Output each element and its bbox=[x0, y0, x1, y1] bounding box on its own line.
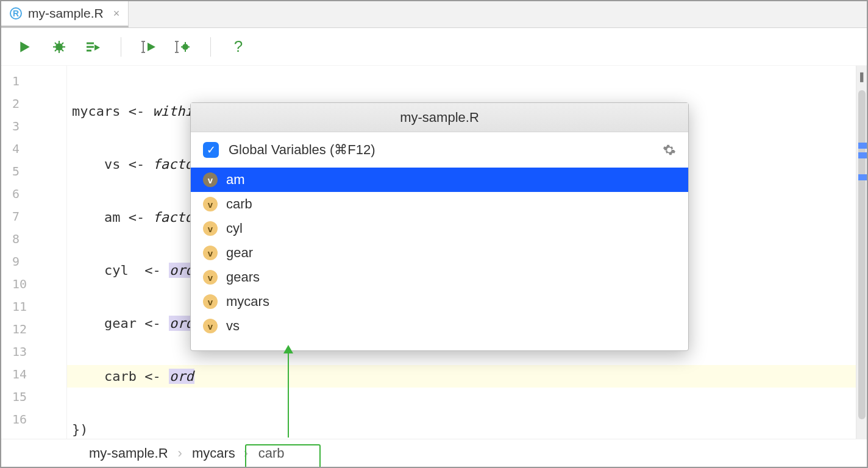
variable-icon: v bbox=[203, 270, 218, 285]
run-selection-button[interactable] bbox=[84, 38, 102, 56]
popup-item-mycars[interactable]: vmycars bbox=[191, 289, 688, 314]
line-number: 16 bbox=[1, 408, 66, 430]
popup-item-label: vs bbox=[226, 318, 240, 334]
popup-item-am[interactable]: vam bbox=[191, 168, 688, 192]
pause-icon: ❚❚ bbox=[858, 71, 868, 82]
checkbox-icon[interactable]: ✓ bbox=[203, 142, 219, 158]
breadcrumb-sep: › bbox=[178, 445, 182, 461]
svg-line-8 bbox=[55, 49, 57, 51]
line-number: 2 bbox=[1, 92, 66, 115]
toolbar-separator bbox=[121, 37, 121, 57]
code-keyword: ord bbox=[169, 369, 194, 384]
settings-gear-icon[interactable] bbox=[663, 143, 676, 157]
close-tab-icon[interactable]: × bbox=[113, 7, 120, 20]
line-number: 14 bbox=[1, 363, 66, 385]
line-number: 5 bbox=[1, 160, 66, 182]
structure-popup: my-sample.R ✓ Global Variables (⌘F12) va… bbox=[190, 102, 689, 351]
help-button[interactable]: ? bbox=[229, 38, 247, 56]
popup-item-vs[interactable]: vvs bbox=[191, 314, 688, 338]
line-number: 10 bbox=[1, 272, 66, 295]
breadcrumb-item[interactable]: mycars bbox=[182, 445, 245, 461]
scroll-thumb[interactable] bbox=[858, 90, 866, 419]
file-tab[interactable]: R my-sample.R × bbox=[1, 1, 129, 27]
editor-window: R my-sample.R × ? 1 2 3 4 5 bbox=[0, 0, 868, 468]
line-number: 9 bbox=[1, 250, 66, 272]
code-text: }) bbox=[72, 422, 88, 437]
popup-title: my-sample.R bbox=[191, 103, 688, 132]
breadcrumb: my-sample.R › mycars › carb bbox=[1, 439, 867, 467]
popup-item-carb[interactable]: vcarb bbox=[191, 192, 688, 216]
svg-marker-17 bbox=[148, 43, 155, 51]
variable-icon: v bbox=[203, 172, 218, 187]
line-gutter: 1 2 3 4 5 6 7 8 9 10 11 12 13 14 15 16 bbox=[1, 66, 67, 439]
debug-cursor-button[interactable] bbox=[174, 38, 192, 56]
marker[interactable] bbox=[858, 174, 867, 180]
breadcrumb-item-current[interactable]: › carb bbox=[245, 445, 302, 461]
svg-line-6 bbox=[55, 43, 57, 44]
svg-marker-13 bbox=[94, 44, 100, 51]
toolbar-separator-2 bbox=[210, 37, 211, 57]
popup-list: vam vcarb vcyl vgear vgears vmycars vvs bbox=[191, 168, 688, 350]
line-number: 13 bbox=[1, 340, 66, 363]
code-text: carb <- bbox=[72, 369, 169, 384]
popup-item-label: cyl bbox=[226, 221, 243, 236]
popup-item-gear[interactable]: vgear bbox=[191, 241, 688, 265]
breadcrumb-label: carb bbox=[258, 445, 285, 461]
breadcrumb-sep: › bbox=[244, 445, 248, 461]
line-number: 8 bbox=[1, 227, 66, 250]
line-number: 1 bbox=[1, 69, 66, 92]
variable-icon: v bbox=[203, 246, 218, 260]
breadcrumb-item[interactable]: my-sample.R bbox=[79, 445, 178, 461]
debug-button[interactable] bbox=[50, 38, 68, 56]
code-text: cyl <- bbox=[72, 263, 169, 278]
tab-bar: R my-sample.R × bbox=[1, 1, 867, 28]
code-text: mycars <- bbox=[72, 104, 152, 119]
variable-icon: v bbox=[203, 319, 218, 333]
marker-strip[interactable]: ❚❚ bbox=[856, 66, 867, 439]
svg-point-21 bbox=[182, 44, 188, 50]
run-button[interactable] bbox=[16, 38, 34, 56]
popup-item-label: carb bbox=[226, 196, 252, 212]
file-tab-label: my-sample.R bbox=[28, 6, 104, 21]
code-text: vs <- bbox=[72, 157, 152, 172]
code-text: gear <- bbox=[72, 316, 169, 331]
variable-icon: v bbox=[203, 197, 218, 211]
popup-item-label: gears bbox=[226, 269, 260, 285]
line-number: 7 bbox=[1, 205, 66, 227]
svg-line-7 bbox=[62, 49, 63, 51]
line-number: 15 bbox=[1, 385, 66, 408]
variable-icon: v bbox=[203, 294, 218, 309]
marker[interactable] bbox=[858, 143, 867, 149]
code-keyword: facto bbox=[152, 210, 193, 225]
marker[interactable] bbox=[858, 152, 867, 158]
popup-item-cyl[interactable]: vcyl bbox=[191, 216, 688, 241]
popup-item-label: mycars bbox=[226, 294, 269, 310]
line-number: 3 bbox=[1, 115, 66, 137]
line-number: 4 bbox=[1, 137, 66, 160]
line-number: 11 bbox=[1, 295, 66, 317]
popup-item-label: am bbox=[226, 172, 245, 188]
svg-line-9 bbox=[62, 43, 63, 44]
editor-toolbar: ? bbox=[1, 28, 867, 66]
line-number: 6 bbox=[1, 182, 66, 205]
annotation-arrow bbox=[288, 346, 289, 438]
svg-marker-0 bbox=[20, 41, 29, 52]
popup-header-label: Global Variables (⌘F12) bbox=[229, 142, 653, 158]
run-cursor-button[interactable] bbox=[140, 38, 158, 56]
line-number: 12 bbox=[1, 317, 66, 340]
variable-icon: v bbox=[203, 221, 218, 236]
popup-toolbar: ✓ Global Variables (⌘F12) bbox=[191, 132, 688, 168]
code-text: am <- bbox=[72, 210, 152, 225]
r-file-icon: R bbox=[10, 7, 22, 20]
popup-item-gears[interactable]: vgears bbox=[191, 265, 688, 289]
popup-item-label: gear bbox=[226, 245, 253, 261]
